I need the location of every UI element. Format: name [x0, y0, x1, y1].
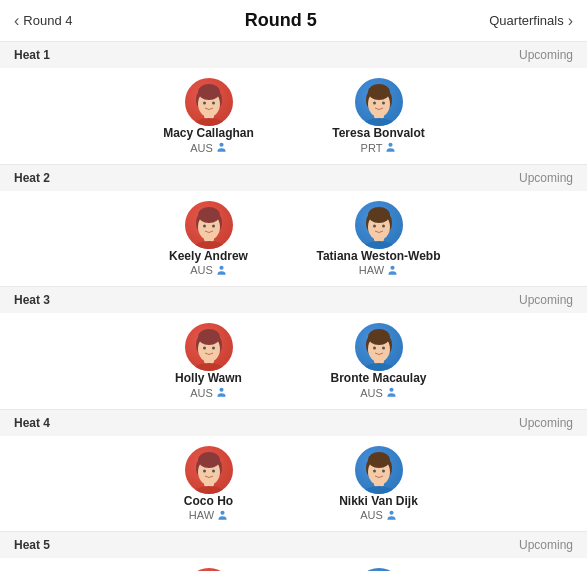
svg-point-31	[391, 265, 395, 269]
athlete1-4[interactable]: Coco Ho HAW	[144, 446, 274, 522]
heat-status-2: Upcoming	[519, 171, 573, 185]
heat-status-5: Upcoming	[519, 538, 573, 552]
athlete1-country-2: AUS	[169, 264, 248, 276]
athlete2-4[interactable]: Nikki Van Dijk AUS	[314, 446, 444, 522]
heat-label-5: Heat 5	[14, 538, 50, 552]
athlete1-2[interactable]: Keely Andrew AUS	[144, 201, 274, 277]
svg-point-43	[368, 329, 390, 345]
heat-header-5: Heat 5 Upcoming	[0, 532, 587, 558]
heat-label-2: Heat 2	[14, 171, 50, 185]
heat-status-3: Upcoming	[519, 293, 573, 307]
svg-point-46	[363, 363, 395, 371]
athlete1-name-3: Holly Wawn	[175, 371, 242, 387]
athlete2-1[interactable]: Teresa Bonvalot PRT	[314, 78, 444, 154]
heat-content-3: Holly Wawn AUS	[0, 313, 587, 409]
svg-point-14	[363, 118, 395, 126]
heat-block-5: Heat 5 Upcoming	[0, 532, 587, 571]
athlete1-1[interactable]: Macy Callaghan AUS	[144, 78, 274, 154]
athlete1-name-1: Macy Callaghan	[163, 126, 254, 142]
athlete1-person-icon-4	[217, 510, 228, 521]
athlete2-person-icon-4	[386, 510, 397, 521]
heat-block-4: Heat 4 Upcoming	[0, 410, 587, 533]
svg-point-19	[198, 207, 220, 223]
athlete1-person-icon-1	[216, 142, 227, 153]
heat-status-1: Upcoming	[519, 48, 573, 62]
athlete1-person-icon-2	[216, 265, 227, 276]
athlete1-country-4: HAW	[184, 509, 233, 521]
next-nav[interactable]: Quarterfinals ›	[489, 12, 573, 30]
athlete2-name-2: Tatiana Weston-Webb	[316, 249, 440, 265]
athlete1-country-3: AUS	[175, 387, 242, 399]
athlete1-name-2: Keely Andrew	[169, 249, 248, 265]
svg-point-39	[219, 388, 223, 392]
svg-point-54	[193, 486, 225, 494]
svg-point-11	[368, 84, 390, 100]
athlete2-person-icon-1	[385, 142, 396, 153]
svg-point-13	[382, 102, 385, 105]
svg-point-61	[382, 469, 385, 472]
athlete2-country-1: PRT	[332, 142, 424, 154]
athlete1-3[interactable]: Holly Wawn AUS	[144, 323, 274, 399]
prev-label: Round 4	[23, 13, 72, 28]
heat-header-4: Heat 4 Upcoming	[0, 410, 587, 436]
athlete1-name-4: Coco Ho	[184, 494, 233, 510]
athlete2-2[interactable]: Tatiana Weston-Webb HAW	[314, 201, 444, 277]
svg-point-7	[219, 143, 223, 147]
heat-block-2: Heat 2 Upcoming	[0, 165, 587, 288]
svg-point-35	[198, 329, 220, 345]
heat-content-5: Caroline Marks USA	[0, 558, 587, 571]
svg-point-45	[382, 347, 385, 350]
svg-point-29	[382, 224, 385, 227]
heat-content-1: Macy Callaghan AUS	[0, 68, 587, 164]
svg-point-38	[193, 363, 225, 371]
svg-point-53	[212, 469, 215, 472]
heat-header-3: Heat 3 Upcoming	[0, 287, 587, 313]
heat-block-1: Heat 1 Upcoming	[0, 42, 587, 165]
athlete2-name-3: Bronte Macaulay	[330, 371, 426, 387]
svg-point-30	[363, 241, 395, 249]
svg-point-27	[368, 207, 390, 223]
athlete2-3[interactable]: Bronte Macaulay AUS	[314, 323, 444, 399]
svg-point-28	[373, 224, 376, 227]
athlete1-country-1: AUS	[163, 142, 254, 154]
svg-point-44	[373, 347, 376, 350]
heat-content-4: Coco Ho HAW	[0, 436, 587, 532]
round-title: Round 5	[245, 10, 317, 31]
svg-point-5	[212, 102, 215, 105]
heat-label-3: Heat 3	[14, 293, 50, 307]
heat-header-1: Heat 1 Upcoming	[0, 42, 587, 68]
athlete2-person-icon-3	[386, 387, 397, 398]
heat-label-1: Heat 1	[14, 48, 50, 62]
svg-point-51	[198, 452, 220, 468]
athlete2-country-3: AUS	[330, 387, 426, 399]
athlete2-name-1: Teresa Bonvalot	[332, 126, 424, 142]
svg-point-63	[389, 511, 393, 515]
svg-point-23	[219, 265, 223, 269]
heat-block-3: Heat 3 Upcoming	[0, 287, 587, 410]
svg-point-4	[203, 102, 206, 105]
svg-point-20	[203, 224, 206, 227]
heat-header-2: Heat 2 Upcoming	[0, 165, 587, 191]
heat-content-2: Keely Andrew AUS	[0, 191, 587, 287]
athlete2-country-4: AUS	[339, 509, 418, 521]
athlete1-person-icon-3	[216, 387, 227, 398]
svg-point-3	[198, 84, 220, 100]
svg-point-59	[368, 452, 390, 468]
svg-point-62	[363, 486, 395, 494]
svg-point-52	[203, 469, 206, 472]
svg-point-37	[212, 347, 215, 350]
next-label: Quarterfinals	[489, 13, 563, 28]
athlete2-person-icon-2	[387, 265, 398, 276]
prev-nav[interactable]: ‹ Round 4	[14, 12, 72, 30]
svg-point-47	[389, 388, 393, 392]
chevron-right-icon: ›	[568, 12, 573, 30]
athlete2-country-2: HAW	[316, 264, 440, 276]
chevron-left-icon: ‹	[14, 12, 19, 30]
athlete2-name-4: Nikki Van Dijk	[339, 494, 418, 510]
svg-point-21	[212, 224, 215, 227]
svg-point-60	[373, 469, 376, 472]
heat-label-4: Heat 4	[14, 416, 50, 430]
svg-point-36	[203, 347, 206, 350]
svg-point-6	[193, 118, 225, 126]
svg-point-12	[373, 102, 376, 105]
